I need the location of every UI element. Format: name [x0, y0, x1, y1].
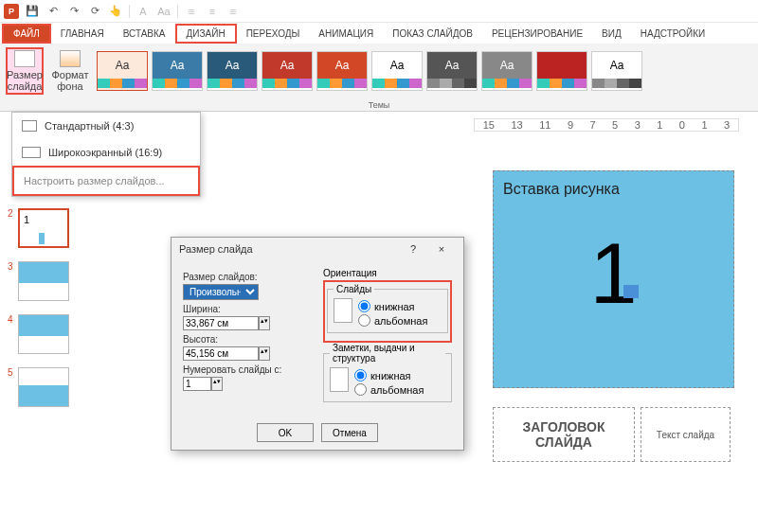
height-label: Высота:: [183, 334, 312, 345]
themes-gallery: Aa Aa Aa Aa Aa Aa Aa Aa Aa: [97, 47, 642, 91]
slide-size-icon: [14, 50, 35, 67]
cancel-button[interactable]: Отмена: [321, 423, 378, 442]
dropdown-widescreen[interactable]: Широкоэкранный (16:9): [12, 139, 200, 166]
theme-item[interactable]: Aa: [426, 51, 478, 91]
dialog-help-button[interactable]: ?: [399, 243, 427, 255]
spinner-up-icon[interactable]: ▴▾: [259, 316, 270, 330]
main-slide[interactable]: Вставка рисунка 1: [493, 170, 734, 388]
dialog-close-button[interactable]: ×: [427, 243, 456, 255]
title-placeholder[interactable]: ЗАГОЛОВОК СЛАЙДА: [493, 407, 635, 462]
slides-orientation-group: Слайды книжная альбомная: [323, 280, 452, 343]
theme-item[interactable]: Aa: [481, 51, 532, 91]
theme-item[interactable]: Aa: [316, 51, 368, 91]
slides-landscape-radio[interactable]: [358, 314, 370, 327]
ribbon-group-format: Формат фона: [51, 47, 89, 95]
format-bg-icon: [60, 50, 81, 67]
slide-size-button[interactable]: Размер слайда: [6, 47, 44, 95]
notes-orientation-group: Заметки, выдачи и структура книжная альб…: [323, 343, 452, 402]
undo-icon[interactable]: ↶: [45, 4, 61, 19]
format-background-button[interactable]: Формат фона: [51, 47, 89, 95]
picture-icon[interactable]: [623, 285, 639, 298]
theme-item[interactable]: [536, 51, 587, 91]
ribbon-group-customize: Размер слайда: [6, 47, 44, 95]
number-label: Нумеровать слайды с:: [183, 364, 312, 375]
slides-portrait-radio[interactable]: [358, 300, 370, 312]
format-bg-label: Формат фона: [51, 69, 89, 92]
slide-number-text: 1: [503, 198, 724, 349]
aspect-4-3-icon: [22, 120, 37, 132]
thumbnail-2[interactable]: 2 1: [8, 208, 74, 248]
theme-item[interactable]: Aa: [152, 51, 203, 91]
theme-item[interactable]: Aa: [591, 51, 642, 91]
font-inc-icon[interactable]: Aa: [156, 4, 171, 19]
number-input[interactable]: [183, 377, 211, 391]
dropdown-standard[interactable]: Стандартный (4:3): [12, 113, 200, 139]
tab-transitions[interactable]: ПЕРЕХОДЫ: [237, 26, 310, 42]
separator: [129, 5, 130, 18]
aspect-16-9-icon: [22, 147, 41, 158]
thumbnail-3[interactable]: 3: [8, 261, 74, 301]
size-select[interactable]: Произвольный: [183, 284, 259, 300]
themes-group-label: Темы: [369, 100, 390, 110]
height-input[interactable]: [183, 346, 259, 361]
notes-legend: Заметки, выдачи и структура: [330, 343, 445, 364]
theme-item[interactable]: Aa: [371, 51, 423, 91]
slide-size-dropdown: Стандартный (4:3) Широкоэкранный (16:9) …: [11, 112, 201, 197]
tab-review[interactable]: РЕЦЕНЗИРОВАНИЕ: [482, 26, 592, 42]
powerpoint-icon: P: [4, 4, 19, 19]
dialog-title: Размер слайда: [179, 243, 253, 255]
thumbnail-5[interactable]: 5: [8, 367, 74, 407]
theme-item[interactable]: Aa: [207, 51, 258, 91]
slide-canvas: Вставка рисунка 1 ЗАГОЛОВОК СЛАЙДА Текст…: [493, 170, 734, 462]
font-dec-icon[interactable]: A: [135, 4, 151, 19]
theme-item[interactable]: Aa: [262, 51, 313, 91]
dialog-left-column: Размер слайдов: Произвольный Ширина: ▴▾ …: [183, 268, 312, 408]
ribbon: Размер слайда Формат фона Aa Aa Aa Aa Aa…: [0, 44, 758, 112]
redo-icon[interactable]: ↷: [66, 4, 81, 19]
page-portrait-icon: [334, 298, 352, 323]
dialog-right-column: Ориентация Слайды книжная альбомная Заме…: [323, 268, 452, 408]
insert-picture-label: Вставка рисунка: [503, 181, 724, 198]
size-label: Размер слайдов:: [183, 272, 312, 282]
bullets-icon[interactable]: ≡: [184, 4, 199, 19]
numbering-icon[interactable]: ≡: [205, 4, 220, 19]
text-placeholder[interactable]: Текст слайда: [641, 407, 731, 462]
slides-legend: Слайды: [334, 284, 374, 294]
repeat-icon[interactable]: ⟳: [87, 4, 102, 19]
spinner-icon[interactable]: ▴▾: [211, 377, 223, 391]
tab-slideshow[interactable]: ПОКАЗ СЛАЙДОВ: [383, 26, 482, 42]
tab-home[interactable]: ГЛАВНАЯ: [51, 26, 114, 42]
quick-access-toolbar: P 💾 ↶ ↷ ⟳ 👆 A Aa ≡ ≡ ≡: [0, 0, 758, 23]
ok-button[interactable]: OK: [257, 423, 314, 442]
tab-insert[interactable]: ВСТАВКА: [114, 26, 175, 42]
width-input[interactable]: [183, 316, 259, 330]
separator: [177, 5, 178, 18]
page-portrait-icon: [330, 367, 349, 392]
orientation-label: Ориентация: [323, 268, 452, 278]
tab-view[interactable]: ВИД: [592, 26, 631, 42]
spinner-icon[interactable]: ▴▾: [259, 346, 270, 361]
slide-size-label: Размер слайда: [7, 69, 43, 92]
thumbnail-4[interactable]: 4: [8, 314, 74, 354]
save-icon[interactable]: 💾: [25, 4, 40, 19]
slide-size-dialog: Размер слайда ? × Размер слайдов: Произв…: [171, 237, 464, 451]
tab-addins[interactable]: НАДСТРОЙКИ: [631, 26, 714, 42]
dropdown-custom-size[interactable]: Настроить размер слайдов...: [12, 166, 200, 196]
width-label: Ширина:: [183, 304, 312, 314]
notes-portrait-radio[interactable]: [354, 369, 367, 381]
horizontal-ruler: 15131197531013: [474, 118, 739, 132]
dialog-titlebar: Размер слайда ? ×: [171, 238, 463, 260]
tab-design[interactable]: ДИЗАЙН: [175, 24, 237, 44]
tab-animations[interactable]: АНИМАЦИЯ: [309, 26, 383, 42]
slide-thumbnails: 2 1 3 4 5: [8, 208, 74, 420]
theme-item[interactable]: Aa: [97, 51, 148, 91]
tab-file[interactable]: ФАЙЛ: [2, 24, 51, 44]
touch-icon[interactable]: 👆: [108, 4, 123, 19]
notes-landscape-radio[interactable]: [354, 383, 367, 396]
align-icon[interactable]: ≡: [226, 4, 241, 19]
ribbon-tabs: ФАЙЛ ГЛАВНАЯ ВСТАВКА ДИЗАЙН ПЕРЕХОДЫ АНИ…: [0, 23, 758, 44]
